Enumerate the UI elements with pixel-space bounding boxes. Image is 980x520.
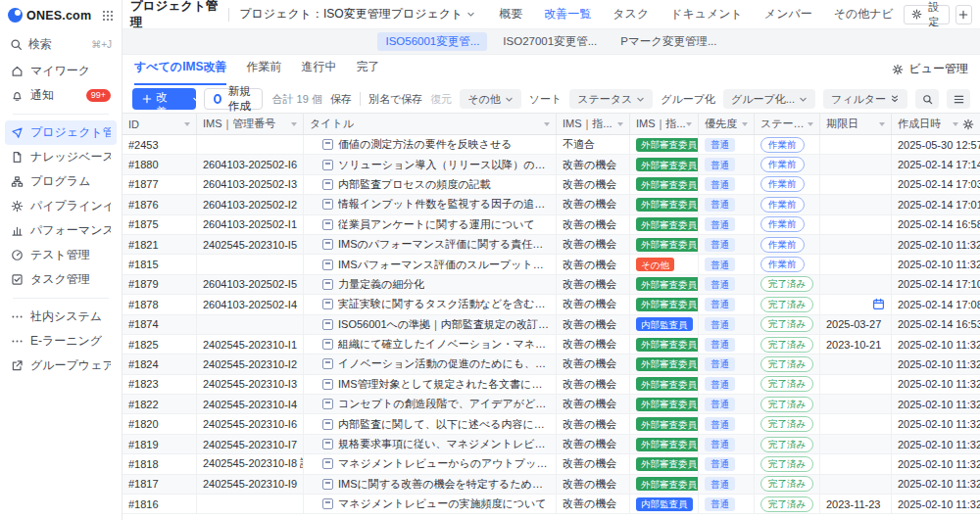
tab-概要[interactable]: 概要 [499, 6, 522, 23]
column-header-1[interactable]: ID [122, 114, 197, 134]
table-row[interactable]: #18182402545-202310-I8 認マネジメントレビューからのアウト… [122, 454, 980, 474]
sidebar-item-doc[interactable]: ナレッジベース管理 [5, 145, 117, 169]
cell-title[interactable]: ソリューション導入（リリース以降）の効果測... [304, 155, 557, 173]
column-header-6[interactable]: 優先度 [699, 114, 755, 134]
cell-due-date[interactable] [820, 135, 892, 154]
item-title-link[interactable]: ISO56001への準拠｜内部監査規定の改訂およ... [338, 317, 550, 332]
app-switcher-grid-icon[interactable] [102, 10, 114, 22]
sidebar-item-task[interactable]: タスク管理 [5, 267, 117, 292]
sidebar-item-test[interactable]: テスト管理 [5, 243, 117, 267]
cell-title[interactable]: 内部監査プロセスの頻度の記載 [304, 175, 557, 194]
item-title-link[interactable]: 内部監査に関して、以下に述べる内容について... [338, 417, 550, 432]
view-tab-作業前[interactable]: 作業前 [246, 59, 281, 85]
table-row[interactable]: #18802604103-202502-I6ソリューション導入（リリース以降）の… [122, 155, 980, 174]
item-title-link[interactable]: 組織にて確立したイノベーション・マネジメン... [338, 337, 550, 352]
table-row[interactable]: #1874ISO56001への準拠｜内部監査規定の改訂およ...改善の機会内部監… [122, 315, 980, 335]
item-title-link[interactable]: IMSのパフォーマンス評価に関する責任者を決定... [338, 237, 550, 252]
create-ims-dropdown[interactable] [185, 95, 196, 104]
tab-ドキュメント[interactable]: ドキュメント [670, 6, 743, 23]
add-nav-button[interactable] [956, 5, 972, 24]
table-row[interactable]: #18192402545-202310-I7規格要求事項に従い、マネジメントレビ… [122, 435, 980, 454]
sidebar-item-program[interactable]: プログラム [5, 169, 117, 194]
table-row[interactable]: #18762604103-202502-I2情報インプット件数を監視する因子の追… [122, 195, 980, 214]
tab-改善一覧[interactable]: 改善一覧 [544, 6, 591, 23]
table-row[interactable]: #18172402545-202310-I9IMSに関する改善の機会を特定するた… [122, 475, 980, 495]
sort-caret-icon[interactable] [617, 122, 623, 126]
cell-due-date[interactable] [820, 414, 892, 433]
item-title-link[interactable]: 情報インプット件数を監視する因子の追加検討 [338, 197, 550, 212]
sort-caret-icon[interactable] [742, 122, 748, 126]
cell-title[interactable]: IMSのパフォーマンス評価に関する責任者を決定... [304, 235, 557, 254]
cell-due-date[interactable] [820, 395, 892, 413]
cell-title[interactable]: イノベーション活動の促進のためにも、イノベー... [304, 355, 557, 373]
sidebar-item-dots[interactable]: 社内システム [5, 305, 117, 329]
cell-due-date[interactable] [820, 195, 892, 213]
table-row[interactable]: #18222402545-202310-I4コンセプトの創造段階で、アイデアがど… [122, 395, 980, 414]
sidebar-item-dots[interactable]: E-ラーニング [5, 329, 117, 354]
cell-due-date[interactable] [820, 275, 892, 294]
cell-due-date[interactable]: 2023-11-23 [820, 495, 892, 513]
view-tab-進行中[interactable]: 進行中 [301, 59, 336, 85]
search-button[interactable]: 検索 ⌘+J [0, 30, 122, 59]
item-title-link[interactable]: イノベーション活動の促進のためにも、イノベー... [338, 356, 550, 371]
item-title-link[interactable]: 規格要求事項に従い、マネジメントレビューへ... [338, 437, 550, 451]
cell-due-date[interactable] [820, 295, 892, 313]
create-ims-split-button[interactable]: IMS改善 [132, 88, 196, 110]
settings-button[interactable]: 設定 [904, 5, 950, 24]
item-title-link[interactable]: IMSパフォーマンス評価のスループットについて [338, 258, 550, 272]
sidebar-item-chart[interactable]: パフォーマンス [5, 218, 117, 243]
column-header-5[interactable]: IMS｜指... [630, 114, 699, 134]
sidebar-item-bell[interactable]: 通知99+ [5, 83, 117, 108]
view-tab-すべてのIMS改善[interactable]: すべてのIMS改善 [134, 59, 226, 85]
sort-caret-icon[interactable] [544, 122, 550, 126]
item-title-link[interactable]: IMS管理対象として規定された各文書について、... [338, 377, 550, 392]
cell-title[interactable]: マネジメントレビューからのアウトプットとし... [304, 454, 557, 473]
sort-dropdown[interactable]: ステータス [569, 89, 653, 109]
item-title-link[interactable]: 従業員アンケートに関する運用について [338, 217, 535, 232]
table-row[interactable]: #18772604103-202502-I3内部監査プロセスの頻度の記載改善の機… [122, 175, 980, 195]
cell-title[interactable]: 規格要求事項に従い、マネジメントレビューへ... [304, 435, 557, 453]
table-row[interactable]: #2453価値の測定方法の要件を反映させる不適合外部審査委員普通作業前2025-… [122, 135, 980, 155]
cell-due-date[interactable]: 2023-10-21 [820, 335, 892, 354]
subtab-Pマーク変更管理...[interactable]: Pマーク変更管理... [612, 32, 724, 51]
search-in-table-button[interactable] [915, 89, 939, 109]
calendar-icon[interactable] [872, 298, 885, 310]
project-selector[interactable]: プロジェクト：ISO変更管理プロジェクト [239, 6, 475, 23]
group-dropdown[interactable]: グループ化... [723, 89, 815, 109]
item-title-link[interactable]: 実証実験に関するタスク活動などを含む「タス... [338, 297, 550, 311]
subtab-ISO56001変更管...[interactable]: ISO56001変更管... [377, 32, 487, 51]
cell-title[interactable]: IMS管理対象として規定された各文書について、... [304, 375, 557, 394]
table-row[interactable]: #1815IMSパフォーマンス評価のスループットについて改善の機会その他普通作業… [122, 255, 980, 274]
cell-due-date[interactable] [820, 435, 892, 453]
view-manage-button[interactable]: ビュー管理 [892, 61, 968, 85]
cell-due-date[interactable] [820, 255, 892, 273]
cell-title[interactable]: コンセプトの創造段階で、アイデアがどのよう... [304, 395, 557, 413]
cell-due-date[interactable] [820, 155, 892, 173]
item-title-link[interactable]: マネジメントレビューの実施頻度について [338, 496, 547, 511]
column-header-3[interactable]: タイトル [304, 114, 557, 134]
cell-title[interactable]: 実証実験に関するタスク活動などを含む「タス... [304, 295, 557, 313]
cell-due-date[interactable]: 2025-03-27 [820, 315, 892, 334]
create-ims-button[interactable]: IMS改善 [132, 88, 185, 110]
table-row[interactable]: #18212402545-202310-I5IMSのパフォーマンス評価に関する責… [122, 235, 980, 255]
table-row[interactable]: #18252402545-202310-I1組織にて確立したイノベーション・マネ… [122, 335, 980, 355]
sort-caret-icon[interactable] [686, 122, 692, 126]
table-row[interactable]: #18792604103-202502-I5力量定義の細分化改善の機会外部審査委… [122, 275, 980, 295]
cell-due-date[interactable] [820, 175, 892, 194]
list-layout-button[interactable] [947, 89, 970, 109]
cell-title[interactable]: 組織にて確立したイノベーション・マネジメン... [304, 335, 557, 354]
cell-due-date[interactable] [820, 355, 892, 373]
more-dropdown[interactable]: その他 [460, 89, 521, 109]
sort-caret-icon[interactable] [879, 122, 885, 126]
current-view-button[interactable]: 新規作成 [204, 88, 262, 110]
table-row[interactable]: #18202402545-202310-I6内部監査に関して、以下に述べる内容に… [122, 414, 980, 434]
column-header-8[interactable]: 期限日 [820, 114, 892, 134]
cell-title[interactable]: IMSに関する改善の機会を特定するためにも、... [304, 475, 557, 494]
cell-title[interactable]: 価値の測定方法の要件を反映させる [304, 135, 557, 154]
tab-その他ナビ[interactable]: その他ナビ [834, 6, 894, 23]
table-row[interactable]: #18232402545-202310-I3IMS管理対象として規定された各文書… [122, 375, 980, 395]
cell-title[interactable]: 従業員アンケートに関する運用について [304, 215, 557, 234]
sidebar-item-pipeline[interactable]: パイプラインインテ... [5, 194, 117, 218]
sidebar-item-home[interactable]: マイワーク [5, 59, 117, 83]
cell-title[interactable]: 情報インプット件数を監視する因子の追加検討 [304, 195, 557, 213]
